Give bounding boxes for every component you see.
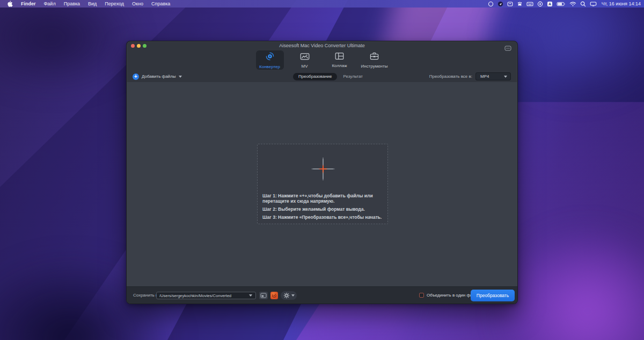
- segment-converting[interactable]: Преобразование: [293, 73, 337, 80]
- display-icon[interactable]: [590, 1, 597, 7]
- desktop: Finder Файл Правка Вид Переход Окно Спра…: [0, 0, 644, 340]
- format-select[interactable]: MP4: [475, 72, 511, 80]
- input-source-letter: A: [548, 2, 551, 6]
- menu-item-view[interactable]: Вид: [88, 0, 97, 8]
- converter-icon: [265, 51, 275, 63]
- menu-bar: Finder Файл Правка Вид Переход Окно Спра…: [0, 0, 644, 8]
- location-arrow-icon[interactable]: [497, 1, 503, 7]
- swirl-icon: [272, 293, 277, 298]
- segment-result[interactable]: Результат: [343, 74, 362, 79]
- instruction-steps: Шаг 1: Нажмите «+»,чтобы добавить файлы …: [262, 194, 385, 223]
- settings-button[interactable]: [281, 291, 297, 300]
- battery-icon[interactable]: [557, 1, 566, 7]
- apple-menu-icon[interactable]: [7, 1, 13, 7]
- mv-tv-icon: [300, 52, 310, 63]
- circle-outline-icon[interactable]: [488, 1, 494, 7]
- convert-all-group: Преобразовать все в: MP4: [429, 71, 511, 82]
- menu-item-file[interactable]: Файл: [44, 0, 56, 8]
- app-window: Aiseesoft Mac Video Converter Ultimate К…: [126, 41, 518, 304]
- format-value: MP4: [480, 74, 489, 79]
- tab-mv[interactable]: MV: [291, 50, 319, 70]
- promo-app-button[interactable]: [270, 292, 278, 299]
- window-title: Aiseesoft Mac Video Converter Ultimate: [127, 43, 517, 48]
- merge-checkbox[interactable]: [419, 293, 424, 298]
- title-bar: Aiseesoft Mac Video Converter Ultimate: [127, 41, 517, 50]
- menubar-clock[interactable]: Чт, 16 июня 14:14: [602, 1, 641, 6]
- convert-all-button[interactable]: Преобразовать: [471, 290, 515, 301]
- menu-item-go[interactable]: Переход: [105, 0, 124, 8]
- save-to-label: Сохранить в:: [133, 293, 159, 298]
- chevron-down-icon: [249, 294, 252, 297]
- toolbox-icon: [370, 52, 379, 63]
- feedback-icon[interactable]: [504, 43, 511, 53]
- view-segment-control: Преобразование Результат: [293, 71, 363, 82]
- step-3-text: Шаг 3: Нажмите «Преобразовать все»,чтобы…: [262, 215, 385, 220]
- file-drop-zone[interactable]: Шаг 1: Нажмите «+»,чтобы добавить файлы …: [257, 144, 388, 224]
- menu-item-help[interactable]: Справка: [151, 0, 170, 8]
- add-files-button[interactable]: + Добавить файлы: [133, 71, 182, 82]
- tab-converter[interactable]: Конвертер: [256, 50, 284, 70]
- collage-grid-icon: [335, 52, 344, 62]
- tab-collage[interactable]: Коллаж: [326, 50, 354, 70]
- tab-mv-label: MV: [302, 64, 308, 69]
- spotlight-search-icon[interactable]: [580, 1, 586, 7]
- add-files-cross-icon[interactable]: [311, 157, 335, 181]
- input-source-a-icon[interactable]: A: [547, 1, 553, 7]
- keyboard-icon[interactable]: [526, 1, 533, 7]
- tab-collage-label: Коллаж: [332, 64, 347, 68]
- main-tab-bar: Конвертер MV: [127, 50, 517, 71]
- save-path-value: /Users/sergeykochkin/Movies/Converted: [159, 293, 231, 298]
- menu-item-window[interactable]: Окно: [132, 0, 143, 8]
- chevron-down-icon: [291, 294, 295, 297]
- step-2-text: Шаг 2: Выберите желаемый формат вывода.: [262, 207, 385, 212]
- paw-icon[interactable]: [517, 1, 523, 7]
- menu-item-finder[interactable]: Finder: [21, 0, 36, 8]
- folder-icon: [260, 293, 267, 298]
- step-1-text: Шаг 1: Нажмите «+»,чтобы добавить файлы …: [262, 194, 385, 204]
- toolbar: + Добавить файлы Преобразование Результа…: [127, 71, 517, 82]
- add-plus-icon: +: [133, 73, 139, 80]
- convert-all-label: Преобразовать все в:: [429, 74, 472, 79]
- archive-box-icon[interactable]: [507, 1, 513, 7]
- bottom-bar: Сохранить в: /Users/sergeykochkin/Movies…: [127, 286, 517, 304]
- chevron-down-icon: [179, 76, 182, 78]
- open-folder-button[interactable]: [259, 292, 268, 299]
- record-circle-icon[interactable]: [537, 1, 543, 7]
- save-path-select[interactable]: /Users/sergeykochkin/Movies/Converted: [156, 292, 256, 299]
- add-files-label: Добавить файлы: [142, 74, 176, 79]
- menu-item-edit[interactable]: Правка: [64, 0, 80, 8]
- wifi-icon[interactable]: [569, 1, 576, 7]
- main-content: Шаг 1: Нажмите «+»,чтобы добавить файлы …: [127, 82, 517, 286]
- chevron-down-icon: [504, 76, 507, 78]
- tab-tools-label: Инструменты: [361, 64, 388, 69]
- tab-tools[interactable]: Инструменты: [361, 50, 389, 70]
- tab-converter-label: Конвертер: [259, 65, 280, 69]
- gear-icon: [283, 292, 290, 299]
